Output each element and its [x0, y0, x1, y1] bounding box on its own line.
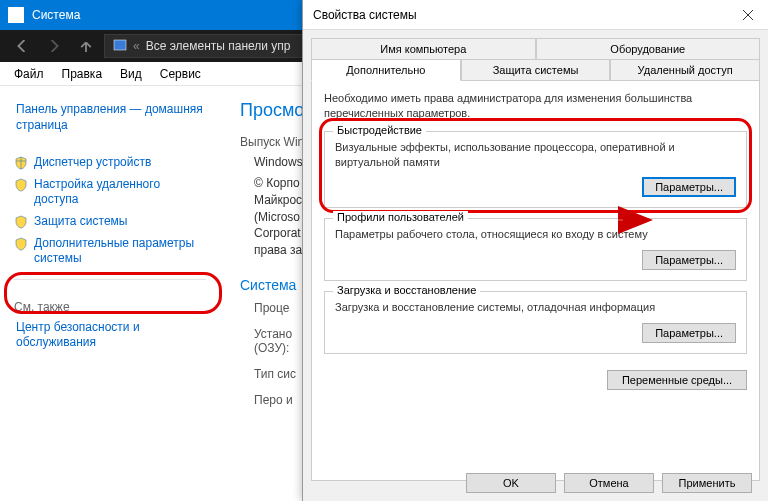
control-panel-icon — [113, 39, 127, 53]
recovery-group: Загрузка и восстановление Загрузка и вос… — [324, 291, 747, 354]
performance-legend: Быстродействие — [333, 124, 426, 136]
dialog-titlebar: Свойства системы — [303, 0, 768, 30]
recovery-settings-button[interactable]: Параметры... — [642, 323, 736, 343]
tab-advanced[interactable]: Дополнительно — [311, 60, 461, 81]
profiles-settings-button[interactable]: Параметры... — [642, 250, 736, 270]
security-center-link[interactable]: Центр безопасности и обслуживания — [14, 320, 206, 351]
apply-button[interactable]: Применить — [662, 473, 752, 493]
shield-icon — [14, 215, 28, 229]
performance-settings-button[interactable]: Параметры... — [642, 177, 736, 197]
tab-remote[interactable]: Удаленный доступ — [610, 60, 760, 81]
shield-icon — [14, 156, 28, 170]
sidebar-advanced-settings[interactable]: Дополнительные параметры системы — [14, 236, 206, 267]
ok-button[interactable]: OK — [466, 473, 556, 493]
sidebar-item-label: Дополнительные параметры системы — [34, 236, 206, 267]
see-also-header: См. также — [14, 300, 206, 314]
sidebar-item-label: Диспетчер устройств — [34, 155, 151, 171]
forward-button[interactable] — [40, 34, 68, 58]
profiles-legend: Профили пользователей — [333, 211, 468, 223]
sidebar-device-manager[interactable]: Диспетчер устройств — [14, 155, 206, 171]
environment-variables-button[interactable]: Переменные среды... — [607, 370, 747, 390]
back-button[interactable] — [8, 34, 36, 58]
performance-group: Быстродействие Визуальные эффекты, испол… — [324, 131, 747, 209]
tab-hardware[interactable]: Оборудование — [536, 38, 761, 60]
sidebar-system-protection[interactable]: Защита системы — [14, 214, 206, 230]
performance-desc: Визуальные эффекты, использование процес… — [335, 140, 736, 170]
menu-tools[interactable]: Сервис — [152, 65, 209, 83]
svg-rect-4 — [114, 40, 126, 50]
menu-file[interactable]: Файл — [6, 65, 52, 83]
dialog-button-row: OK Отмена Применить — [466, 473, 752, 493]
sidebar-item-label: Настройка удаленного доступа — [34, 177, 206, 208]
dialog-close-button[interactable] — [728, 0, 768, 30]
window-title: Система — [32, 8, 80, 22]
menu-edit[interactable]: Правка — [54, 65, 111, 83]
cancel-button[interactable]: Отмена — [564, 473, 654, 493]
dialog-title: Свойства системы — [313, 8, 417, 22]
profiles-group: Профили пользователей Параметры рабочего… — [324, 218, 747, 281]
profiles-desc: Параметры рабочего стола, относящиеся ко… — [335, 227, 736, 242]
tab-computer-name[interactable]: Имя компьютера — [311, 38, 536, 60]
system-properties-dialog: Свойства системы Имя компьютера Оборудов… — [302, 0, 768, 501]
menu-view[interactable]: Вид — [112, 65, 150, 83]
control-panel-home-link[interactable]: Панель управления — домашняя страница — [14, 102, 206, 133]
tab-body-advanced: Необходимо иметь права администратора дл… — [311, 81, 760, 481]
sidebar-item-label: Защита системы — [34, 214, 127, 230]
breadcrumb: Все элементы панели упр — [146, 39, 291, 53]
admin-note: Необходимо иметь права администратора дл… — [324, 91, 747, 121]
tab-system-protection[interactable]: Защита системы — [461, 60, 611, 81]
sidebar: Панель управления — домашняя страница Ди… — [0, 86, 220, 501]
shield-icon — [14, 178, 28, 192]
shield-icon — [14, 237, 28, 251]
up-button[interactable] — [72, 34, 100, 58]
recovery-legend: Загрузка и восстановление — [333, 284, 480, 296]
recovery-desc: Загрузка и восстановление системы, отлад… — [335, 300, 736, 315]
sidebar-remote-settings[interactable]: Настройка удаленного доступа — [14, 177, 206, 208]
app-icon — [8, 7, 24, 23]
